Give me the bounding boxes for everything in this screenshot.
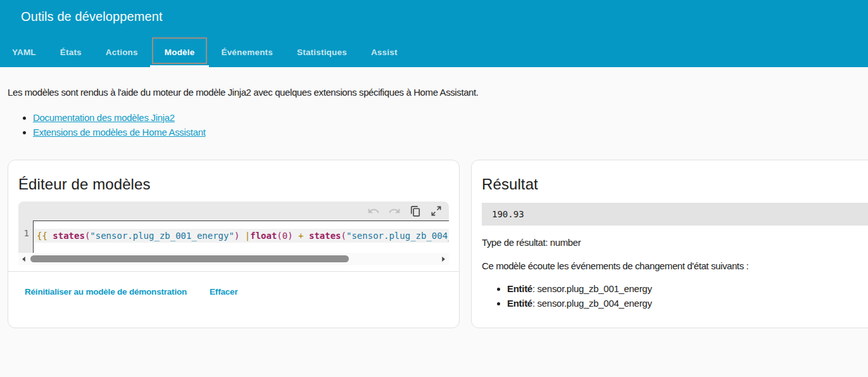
tab-label: Actions [106,48,138,57]
clear-button[interactable]: Effacer [203,281,244,304]
editor-body: 1 {{ states("sensor.plug_zb_001_energy")… [18,220,449,253]
code-token: "sensor.plug_zb_001_energy" [90,231,234,241]
copy-icon[interactable] [408,203,423,219]
code-token [239,231,244,241]
redo-icon[interactable] [387,203,402,219]
code-area[interactable]: {{ states("sensor.plug_zb_001_energy") |… [33,220,449,253]
active-tab-indicator [150,65,210,67]
ha-extensions-link[interactable]: Extensions de modèles de Home Assistant [33,127,206,137]
tab-yaml[interactable]: YAML [0,37,48,67]
entity-label: Entité [507,283,532,294]
entity-label: Entité [507,298,532,309]
code-token: ( [277,231,282,241]
tab-label: Événements [221,48,273,57]
undo-icon[interactable] [366,203,381,219]
tab-label: Assist [371,48,398,57]
main-content: Les modèles sont rendus à l'aide du mote… [0,85,868,328]
tab-evenements[interactable]: Événements [209,37,285,67]
entity-item: Entité: sensor.plug_zb_004_energy [507,296,868,310]
tab-assist[interactable]: Assist [359,37,410,67]
cards-row: Éditeur de modèles [8,160,860,329]
code-token: float [250,231,277,241]
scroll-right-arrow-icon[interactable] [439,255,448,264]
code-token: "sensor.plug_zb_004_ [346,231,449,241]
doc-links-list: Documentation des modèles Jinja2 Extensi… [8,110,860,140]
tab-label: YAML [12,48,36,57]
horizontal-scrollbar[interactable] [18,253,449,265]
code-token: {{ [37,231,53,241]
tab-bar: YAML États Actions Modèle Événements Sta… [0,37,868,67]
result-card-title: Résultat [482,174,868,195]
tab-label: États [60,48,82,57]
tab-statistiques[interactable]: Statistiques [285,37,359,67]
code-token: ) [287,231,292,241]
tab-label: Statistiques [297,48,347,57]
code-token: states [53,231,85,241]
entity-value: : sensor.plug_zb_004_energy [532,298,652,309]
entity-item: Entité: sensor.plug_zb_001_energy [507,281,868,296]
expand-icon[interactable] [429,203,444,219]
template-editor-card: Éditeur de modèles [8,160,460,329]
code-token: | [245,231,250,241]
scroll-left-arrow-icon[interactable] [20,255,28,264]
listen-events-text: Ce modèle écoute les événements de chang… [482,259,868,272]
jinja2-doc-link[interactable]: Documentation des modèles Jinja2 [33,112,175,123]
code-editor[interactable]: 1 {{ states("sensor.plug_zb_001_energy")… [18,201,449,265]
code-line: {{ states("sensor.plug_zb_001_energy") |… [34,229,449,243]
reset-demo-template-button[interactable]: Réinitialiser au modèle de démonstration [18,281,193,304]
tab-etats[interactable]: États [48,37,94,67]
app-header: Outils de développement [0,0,868,37]
editor-card-actions: Réinitialiser au modèle de démonstration… [18,272,449,304]
page-title: Outils de développement [21,10,163,24]
code-token: 0 [282,231,287,241]
result-value: 190.93 [482,203,868,226]
code-token: + [293,231,309,241]
editor-gutter: 1 [18,220,33,253]
editor-card-title: Éditeur de modèles [18,174,449,195]
code-token: states [309,231,341,241]
scrollbar-thumb[interactable] [30,255,349,262]
intro-text: Les modèles sont rendus à l'aide du mote… [8,85,860,100]
result-type-text: Type de résultat: number [482,236,868,249]
line-number: 1 [24,228,29,238]
result-card: Résultat 190.93 Type de résultat: number… [471,160,868,329]
tab-modele[interactable]: Modèle [150,37,210,67]
entities-list: Entité: sensor.plug_zb_001_energy Entité… [482,281,868,311]
tab-actions[interactable]: Actions [94,37,150,67]
entity-value: : sensor.plug_zb_001_energy [532,283,652,294]
list-item: Documentation des modèles Jinja2 [33,110,860,125]
code-token: ( [341,231,346,241]
list-item: Extensions de modèles de Home Assistant [33,125,860,139]
tab-label: Modèle [165,48,195,57]
editor-toolbar [18,201,449,220]
